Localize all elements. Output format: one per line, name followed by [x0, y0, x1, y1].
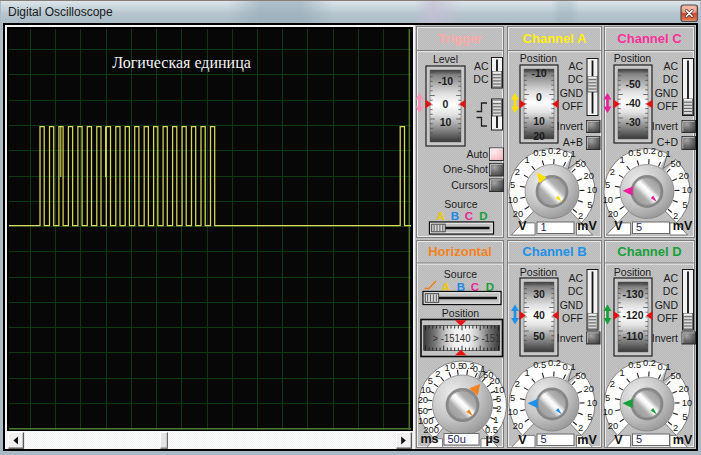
svg-text:20: 20 [679, 170, 689, 181]
svg-text:Position: Position [520, 52, 558, 64]
svg-text:-30: -30 [625, 116, 640, 128]
svg-text:1: 1 [619, 367, 624, 378]
svg-text:Level: Level [433, 53, 458, 65]
svg-text:ms: ms [420, 432, 438, 446]
svg-text:20: 20 [533, 130, 545, 142]
svg-text:OFF: OFF [562, 100, 583, 112]
svg-text:-130: -130 [622, 288, 643, 300]
svg-text:5: 5 [510, 179, 515, 190]
svg-text:Channel D: Channel D [617, 244, 681, 259]
svg-text:50: 50 [575, 370, 585, 381]
svg-text:D: D [479, 210, 487, 222]
svg-text:DC: DC [663, 73, 679, 85]
svg-text:10: 10 [533, 115, 545, 127]
svg-text:OFF: OFF [657, 100, 678, 112]
svg-text:µs: µs [486, 432, 500, 446]
svg-text:0.5: 0.5 [533, 359, 546, 370]
svg-text:40: 40 [533, 309, 545, 321]
svg-text:50: 50 [670, 158, 680, 169]
svg-text:C: C [471, 281, 479, 293]
svg-text:-110: -110 [623, 330, 644, 342]
svg-text:AC: AC [568, 272, 583, 284]
svg-text:2: 2 [496, 403, 501, 414]
svg-text:Cursors: Cursors [451, 179, 488, 191]
svg-text:mV: mV [673, 433, 693, 447]
svg-text:mV: mV [577, 433, 597, 447]
svg-text:0.1: 0.1 [563, 148, 576, 159]
svg-text:V: V [518, 219, 527, 233]
svg-text:Position: Position [520, 266, 558, 278]
svg-text:AC: AC [474, 60, 489, 72]
svg-text:0.1: 0.1 [658, 361, 671, 372]
svg-text:Invert: Invert [652, 332, 678, 344]
svg-text:2: 2 [515, 378, 520, 389]
svg-text:A: A [442, 281, 450, 293]
svg-text:1: 1 [524, 367, 529, 378]
svg-text:V: V [518, 433, 527, 447]
svg-text:Channel B: Channel B [522, 244, 586, 259]
svg-text:0.2: 0.2 [548, 357, 561, 368]
svg-text:Channel C: Channel C [617, 31, 682, 46]
svg-text:> -15140 > -151: > -15140 > -151 [433, 332, 501, 344]
svg-text:5: 5 [636, 221, 642, 233]
svg-text:2: 2 [435, 368, 440, 379]
svg-text:0.2: 0.2 [643, 357, 656, 368]
svg-text:0.5: 0.5 [628, 359, 641, 370]
svg-text:AC: AC [663, 60, 678, 72]
svg-text:10: 10 [587, 397, 597, 408]
svg-text:20: 20 [584, 383, 594, 394]
svg-text:2: 2 [515, 166, 520, 177]
svg-text:Trigger: Trigger [438, 31, 482, 46]
svg-text:Auto: Auto [466, 148, 488, 160]
svg-text:10: 10 [508, 194, 518, 205]
svg-text:-40: -40 [625, 97, 640, 109]
svg-text:AC: AC [568, 60, 583, 72]
svg-text:D: D [486, 281, 494, 293]
svg-text:V: V [614, 433, 623, 447]
svg-text:20: 20 [418, 394, 428, 405]
svg-text:Invert: Invert [652, 120, 678, 132]
svg-text:30: 30 [533, 288, 545, 300]
svg-text:V: V [614, 219, 623, 233]
svg-text:5: 5 [682, 411, 687, 422]
svg-text:20: 20 [679, 383, 689, 394]
svg-text:Source: Source [444, 268, 477, 280]
svg-text:2: 2 [610, 166, 615, 177]
svg-text:5: 5 [428, 375, 433, 386]
svg-text:10: 10 [508, 406, 518, 417]
svg-text:20: 20 [608, 420, 618, 431]
svg-text:mV: mV [577, 219, 597, 233]
svg-text:0.5: 0.5 [533, 147, 546, 158]
svg-text:5: 5 [605, 392, 610, 403]
svg-text:C+D: C+D [657, 136, 679, 148]
svg-text:-10: -10 [438, 75, 453, 87]
svg-text:0.5: 0.5 [628, 147, 641, 158]
svg-text:Horizontal: Horizontal [428, 244, 492, 259]
svg-text:Digital Oscilloscope: Digital Oscilloscope [8, 5, 113, 19]
svg-text:Channel A: Channel A [523, 31, 587, 46]
svg-text:B: B [457, 281, 465, 293]
svg-text:5: 5 [541, 433, 547, 445]
svg-text:5: 5 [510, 392, 515, 403]
svg-text:GND: GND [560, 87, 584, 99]
svg-text:DC: DC [663, 285, 679, 297]
svg-text:10: 10 [440, 116, 452, 128]
svg-text:1: 1 [445, 362, 450, 373]
svg-text:10: 10 [587, 184, 597, 195]
svg-text:One-Shot: One-Shot [443, 163, 488, 175]
svg-text:Invert: Invert [557, 120, 583, 132]
svg-text:AC: AC [663, 272, 678, 284]
svg-text:Position: Position [614, 266, 652, 278]
svg-text:5: 5 [682, 199, 687, 210]
svg-text:0: 0 [536, 91, 542, 103]
svg-text:20: 20 [584, 170, 594, 181]
svg-text:-50: -50 [625, 78, 640, 90]
svg-text:2: 2 [610, 378, 615, 389]
svg-text:GND: GND [560, 299, 584, 311]
svg-text:100: 100 [418, 415, 434, 426]
svg-text:A+B: A+B [563, 136, 583, 148]
svg-text:C: C [465, 210, 473, 222]
svg-text:20: 20 [513, 420, 523, 431]
svg-text:Source: Source [444, 198, 477, 210]
svg-text:OFF: OFF [657, 312, 678, 324]
